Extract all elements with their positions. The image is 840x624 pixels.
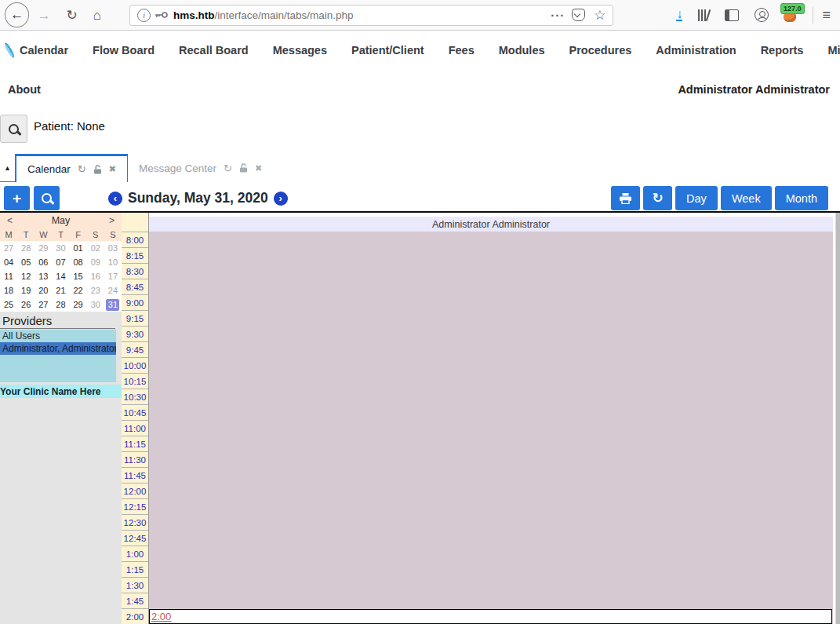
current-user-name[interactable]: Administrator Administrator bbox=[678, 83, 830, 96]
url-bar[interactable]: i hms.htb/interface/main/tabs/main.php ·… bbox=[129, 5, 613, 26]
schedule-grid[interactable]: 2:00 bbox=[149, 232, 833, 624]
mini-calendar-day[interactable]: 19 bbox=[20, 285, 33, 297]
mini-calendar-day[interactable]: 05 bbox=[20, 257, 33, 268]
mini-calendar-day[interactable]: 20 bbox=[37, 285, 50, 297]
mini-calendar-day[interactable]: 22 bbox=[71, 285, 85, 297]
mini-calendar-day[interactable]: 30 bbox=[89, 299, 102, 311]
nav-item-administration[interactable]: Administration bbox=[656, 44, 736, 57]
home-button[interactable]: ⌂ bbox=[93, 9, 101, 22]
provider-item-administrator-administrator[interactable]: Administrator, Administrator bbox=[0, 342, 116, 355]
nav-item-reports[interactable]: Reports bbox=[761, 44, 804, 57]
url-text[interactable]: hms.htb/interface/main/tabs/main.php bbox=[173, 9, 544, 21]
forward-button[interactable]: → bbox=[37, 9, 50, 22]
view-day-button[interactable]: Day bbox=[675, 186, 718, 210]
tab-message-center[interactable]: Message Center↻✖ bbox=[128, 154, 273, 182]
library-icon[interactable] bbox=[698, 9, 709, 21]
back-button[interactable]: ← bbox=[5, 2, 29, 27]
collapse-tabs-button[interactable]: ▲ bbox=[0, 154, 16, 182]
mini-calendar-day[interactable]: 03 bbox=[106, 243, 119, 254]
mini-calendar-day[interactable]: 30 bbox=[54, 243, 67, 254]
time-label-1-30: 1:30 bbox=[122, 577, 148, 593]
tab-unlock-icon[interactable] bbox=[239, 163, 248, 173]
nav-item-patient-client[interactable]: Patient/Client bbox=[351, 44, 424, 57]
mini-calendar-day[interactable]: 07 bbox=[54, 257, 67, 268]
tab-refresh-icon[interactable]: ↻ bbox=[78, 164, 86, 174]
provider-item-all-users[interactable]: All Users bbox=[0, 330, 116, 342]
appointment-time-link[interactable]: 2:00 bbox=[151, 611, 171, 622]
tab-close-icon[interactable]: ✖ bbox=[255, 164, 262, 173]
view-week-button[interactable]: Week bbox=[721, 186, 772, 210]
mini-calendar-day[interactable]: 02 bbox=[89, 243, 102, 254]
view-buttons: DayWeekMonth bbox=[675, 186, 828, 210]
mini-calendar-day[interactable]: 12 bbox=[20, 271, 33, 283]
downloads-icon[interactable]: ↓ bbox=[676, 9, 682, 21]
nav-item-recall-board[interactable]: Recall Board bbox=[179, 44, 249, 57]
key-icon[interactable] bbox=[155, 11, 168, 19]
tab-refresh-icon[interactable]: ↻ bbox=[224, 163, 232, 173]
openemr-logo-icon[interactable] bbox=[3, 41, 16, 58]
mini-calendar-day[interactable]: 24 bbox=[106, 285, 119, 297]
page-actions-icon[interactable]: ··· bbox=[551, 9, 565, 22]
mini-calendar-day[interactable]: 01 bbox=[71, 243, 85, 254]
pocket-icon[interactable] bbox=[572, 9, 585, 21]
mini-calendar-day[interactable]: 29 bbox=[71, 299, 85, 311]
patient-search-button[interactable] bbox=[0, 115, 27, 143]
nav-item-messages[interactable]: Messages bbox=[273, 44, 327, 57]
mini-calendar-prev[interactable]: < bbox=[7, 215, 13, 226]
mini-calendar-day[interactable]: 27 bbox=[37, 299, 50, 311]
mini-calendar-day[interactable]: 16 bbox=[89, 271, 102, 283]
site-info-icon[interactable]: i bbox=[137, 9, 151, 22]
nav-items: CalendarFlow BoardRecall BoardMessagesPa… bbox=[20, 44, 840, 57]
nav-item-modules[interactable]: Modules bbox=[499, 44, 545, 57]
time-label-8-45: 8:45 bbox=[122, 279, 148, 294]
reload-button[interactable]: ↻ bbox=[66, 9, 77, 22]
nav-item-procedures[interactable]: Procedures bbox=[569, 44, 632, 57]
nav-item-calendar[interactable]: Calendar bbox=[20, 44, 68, 57]
mini-calendar-day[interactable]: 27 bbox=[2, 243, 16, 254]
mini-calendar-day[interactable]: 15 bbox=[71, 271, 85, 283]
mini-calendar-day[interactable]: 26 bbox=[20, 299, 33, 311]
calendar-search-button[interactable] bbox=[34, 186, 60, 210]
mini-calendar-day[interactable]: 29 bbox=[37, 243, 50, 254]
proxy-extension-icon[interactable]: 127.0 bbox=[783, 8, 798, 22]
mini-calendar-day[interactable]: 23 bbox=[89, 285, 102, 297]
mini-calendar-day[interactable]: 14 bbox=[54, 271, 67, 283]
tab-close-icon[interactable]: ✖ bbox=[109, 165, 116, 173]
mini-calendar-day[interactable]: 08 bbox=[71, 257, 85, 268]
nav-item-fees[interactable]: Fees bbox=[449, 44, 475, 57]
menu-icon[interactable]: ≡ bbox=[823, 7, 831, 24]
tab-unlock-icon[interactable] bbox=[93, 165, 102, 174]
prev-day-button[interactable]: ‹ bbox=[108, 192, 122, 206]
mini-calendar-day[interactable]: 17 bbox=[106, 271, 119, 283]
appointment-slot[interactable]: 2:00 bbox=[149, 609, 832, 624]
nav-item-about[interactable]: About bbox=[8, 83, 41, 96]
mini-calendar-next[interactable]: > bbox=[109, 215, 115, 226]
nav-item-miscellaneous[interactable]: Miscellaneous bbox=[827, 44, 840, 57]
account-icon[interactable] bbox=[755, 8, 769, 22]
sidebar-toggle-icon[interactable] bbox=[725, 9, 739, 21]
mini-calendar-day[interactable]: 28 bbox=[20, 243, 33, 254]
nav-item-flow-board[interactable]: Flow Board bbox=[93, 44, 155, 57]
content-scrollbar[interactable] bbox=[835, 213, 840, 624]
mini-calendar-day[interactable]: 13 bbox=[37, 271, 50, 283]
tab-calendar[interactable]: Calendar↻✖ bbox=[16, 154, 128, 182]
mini-calendar-day[interactable]: 21 bbox=[54, 285, 67, 297]
mini-calendar-day[interactable]: 11 bbox=[2, 271, 16, 283]
add-event-button[interactable]: + bbox=[4, 186, 30, 210]
mini-calendar-day[interactable]: 06 bbox=[37, 257, 50, 268]
mini-calendar-day[interactable]: 09 bbox=[89, 257, 102, 268]
bookmark-star-icon[interactable]: ☆ bbox=[594, 7, 605, 24]
mini-calendar-day[interactable]: 18 bbox=[2, 285, 16, 297]
printer-icon bbox=[620, 193, 631, 204]
time-label-9-15: 9:15 bbox=[122, 310, 148, 326]
next-day-button[interactable]: › bbox=[274, 192, 288, 206]
view-month-button[interactable]: Month bbox=[775, 186, 828, 210]
mini-calendar-day[interactable]: 04 bbox=[2, 257, 16, 268]
providers-listbox[interactable]: All UsersAdministrator, Administrator bbox=[0, 330, 116, 382]
mini-calendar-day[interactable]: 25 bbox=[2, 299, 16, 311]
print-button[interactable] bbox=[611, 186, 640, 210]
mini-calendar-day-selected[interactable]: 31 bbox=[106, 299, 119, 311]
refresh-calendar-button[interactable]: ↻ bbox=[643, 186, 672, 210]
mini-calendar-day[interactable]: 10 bbox=[106, 257, 119, 268]
mini-calendar-day[interactable]: 28 bbox=[54, 299, 67, 311]
